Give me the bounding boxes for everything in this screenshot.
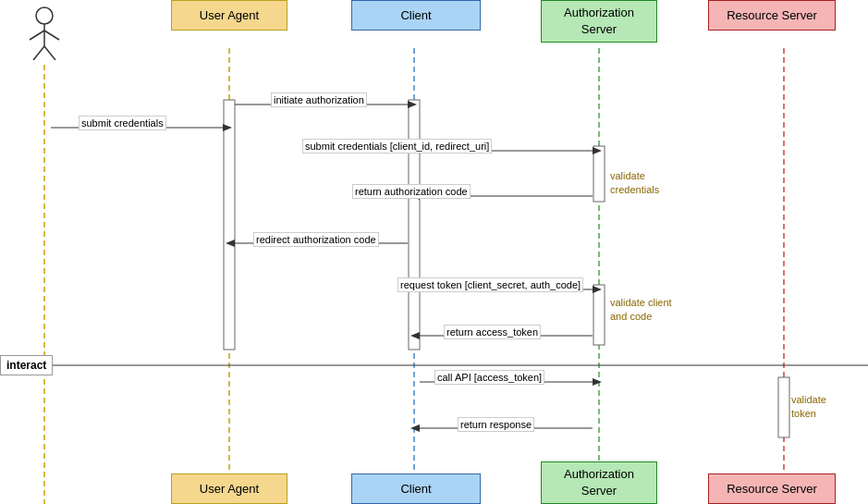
svg-marker-26 xyxy=(593,378,602,386)
svg-rect-6 xyxy=(224,100,235,350)
actor-user-agent: User Agent xyxy=(171,0,287,31)
actor-auth-server-bottom: AuthorizationServer xyxy=(541,461,657,504)
actor-auth-server: AuthorizationServer xyxy=(541,0,657,43)
actor-user xyxy=(20,5,68,63)
client-label: Client xyxy=(400,8,431,22)
svg-rect-7 xyxy=(409,100,420,350)
svg-marker-20 xyxy=(226,240,235,247)
svg-marker-14 xyxy=(223,124,232,131)
annotation-validate-token: validatetoken xyxy=(791,393,826,422)
diagram-svg xyxy=(0,0,868,504)
actor-client: Client xyxy=(351,0,481,31)
svg-marker-12 xyxy=(408,101,417,108)
annotation-validate-client-code: validate clientand code xyxy=(610,296,672,325)
svg-rect-8 xyxy=(593,146,605,202)
svg-line-31 xyxy=(30,31,44,40)
msg-submit-credentials: submit credentials xyxy=(79,116,166,130)
actor-resource-server-bottom: Resource Server xyxy=(708,473,836,504)
msg-return-access-token: return access_token xyxy=(444,325,541,339)
svg-line-34 xyxy=(44,46,55,60)
svg-marker-24 xyxy=(410,332,420,339)
actor-user-agent-bottom: User Agent xyxy=(171,473,287,504)
actor-client-bottom: Client xyxy=(351,473,481,504)
msg-request-token: request token [client_secret, auth_code] xyxy=(397,277,583,292)
msg-initiate-auth: initiate authorization xyxy=(271,92,367,107)
resource-server-label: Resource Server xyxy=(727,8,817,22)
msg-return-auth-code: return authorization code xyxy=(352,184,471,199)
msg-submit-credentials-2: submit credentials [client_id, redirect_… xyxy=(302,139,492,154)
svg-marker-16 xyxy=(593,147,602,154)
svg-rect-10 xyxy=(778,377,789,437)
svg-point-29 xyxy=(36,7,53,24)
msg-call-api: call API [access_token] xyxy=(434,370,544,385)
svg-line-33 xyxy=(33,46,44,60)
user-figure xyxy=(20,5,68,60)
msg-redirect-auth-code: redirect authorization code xyxy=(253,232,379,247)
interact-label: interact xyxy=(0,355,53,375)
svg-line-32 xyxy=(44,31,59,40)
auth-server-label: AuthorizationServer xyxy=(564,6,634,36)
svg-marker-28 xyxy=(410,424,420,432)
msg-return-response: return response xyxy=(458,417,534,432)
sequence-diagram: User Agent Client AuthorizationServer Re… xyxy=(0,0,868,504)
actor-resource-server: Resource Server xyxy=(708,0,836,31)
svg-rect-9 xyxy=(593,285,605,345)
user-agent-label: User Agent xyxy=(200,8,259,22)
svg-marker-22 xyxy=(593,286,602,293)
annotation-validate-credentials: validatecredentials xyxy=(610,169,659,198)
